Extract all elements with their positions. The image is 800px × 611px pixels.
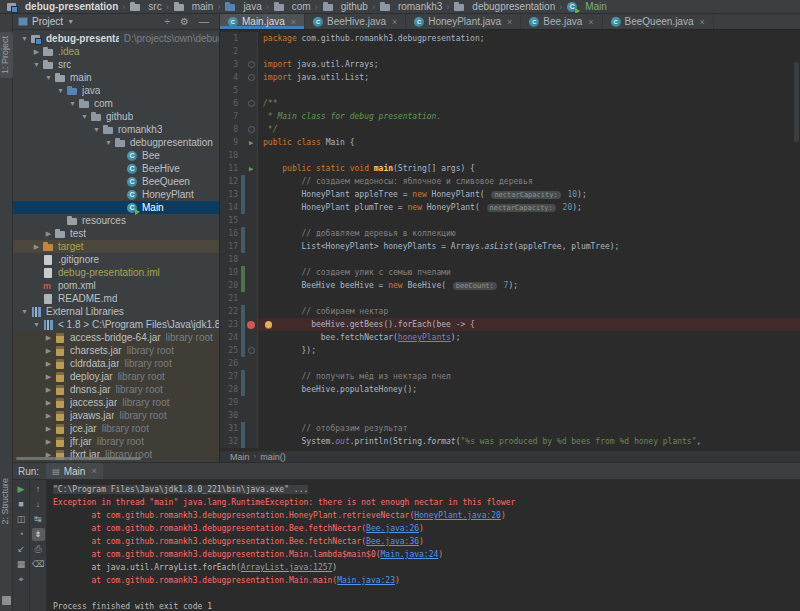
expand-arrow-icon[interactable]: ▼ bbox=[67, 97, 78, 110]
code-text[interactable] bbox=[258, 84, 800, 97]
code-text[interactable]: // добавляем деревья в коллекцию bbox=[258, 227, 800, 240]
stacktrace-link[interactable]: Main.java:23 bbox=[337, 576, 395, 585]
tree-item-dnsns-jar[interactable]: ▶dnsns.jarlibrary root bbox=[13, 383, 219, 396]
tab-beehive-java[interactable]: CBeeHive.java× bbox=[305, 14, 406, 29]
code-line-23[interactable]: 23 beeHive.getBees().forEach(bee -> { bbox=[220, 318, 800, 331]
expand-arrow-icon[interactable]: ▶ bbox=[43, 422, 54, 435]
code-text[interactable]: HoneyPlant plumTree = new HoneyPlant( ne… bbox=[258, 201, 800, 214]
code-text[interactable] bbox=[258, 357, 800, 370]
expand-arrow-icon[interactable]: ▼ bbox=[19, 32, 30, 45]
tree-item-gitignore[interactable]: .gitignore bbox=[13, 253, 219, 266]
expand-arrow-icon[interactable]: ▶ bbox=[43, 344, 54, 357]
code-line-9[interactable]: 9▶public class Main { bbox=[220, 136, 800, 149]
code-text[interactable] bbox=[258, 253, 800, 266]
expand-arrow-icon[interactable]: ▶ bbox=[43, 396, 54, 409]
thread-dump-icon[interactable]: ◫ bbox=[15, 513, 28, 526]
tree-item-java[interactable]: ▼java bbox=[13, 84, 219, 97]
code-text[interactable]: import java.util.Arrays; bbox=[258, 58, 800, 71]
tab-beequeen-java[interactable]: CBeeQueen.java× bbox=[603, 14, 714, 29]
code-text[interactable]: // отобразим результат bbox=[258, 422, 800, 435]
tree-item-jce-jar[interactable]: ▶jce.jarlibrary root bbox=[13, 422, 219, 435]
run-tab-main[interactable]: ▤ Main × bbox=[46, 463, 103, 479]
tree-item-test[interactable]: ▶test bbox=[13, 227, 219, 240]
code-line-32[interactable]: 32 System.out.println(String.format("%s … bbox=[220, 435, 800, 448]
tree-item-resources[interactable]: resources bbox=[13, 214, 219, 227]
code-text[interactable] bbox=[258, 45, 800, 58]
tree-item-cldrdata-jar[interactable]: ▶cldrdata.jarlibrary root bbox=[13, 357, 219, 370]
breakpoint-icon[interactable] bbox=[247, 321, 255, 329]
code-line-2[interactable]: 2 bbox=[220, 45, 800, 58]
expand-arrow-icon[interactable]: ▼ bbox=[103, 136, 114, 149]
code-text[interactable] bbox=[258, 214, 800, 227]
code-text[interactable]: */ bbox=[258, 123, 800, 136]
code-line-16[interactable]: 16 // добавляем деревья в коллекцию bbox=[220, 227, 800, 240]
tree-item-jfr-jar[interactable]: ▶jfr.jarlibrary root bbox=[13, 435, 219, 448]
code-text[interactable]: // создаем медоносы: яблочное и сливовое… bbox=[258, 175, 800, 188]
tree-item-beequeen[interactable]: BeeQueen bbox=[13, 175, 219, 188]
close-tab-icon[interactable]: × bbox=[390, 17, 397, 27]
code-line-12[interactable]: 12 // создаем медоносы: яблочное и сливо… bbox=[220, 175, 800, 188]
breadcrumb-github[interactable]: github bbox=[322, 1, 368, 13]
tree-item-access-bridge-64-jar[interactable]: ▶access-bridge-64.jarlibrary root bbox=[13, 331, 219, 344]
code-line-24[interactable]: 24 bee.fetchNectar(honeyPlants); bbox=[220, 331, 800, 344]
code-line-29[interactable]: 29 bbox=[220, 396, 800, 409]
up-stack-icon[interactable]: ↑ bbox=[32, 483, 45, 496]
code-text[interactable]: HoneyPlant appleTree = new HoneyPlant( n… bbox=[258, 188, 800, 201]
code-line-6[interactable]: 6/** bbox=[220, 97, 800, 110]
project-panel-title[interactable]: Project bbox=[32, 16, 63, 27]
restore-layout-icon[interactable]: ↙ bbox=[15, 543, 28, 556]
code-line-25[interactable]: 25 }); bbox=[220, 344, 800, 357]
code-line-1[interactable]: 1package com.github.romankh3.debugpresen… bbox=[220, 32, 800, 45]
tree-item-main[interactable]: ▼main bbox=[13, 71, 219, 84]
code-line-7[interactable]: 7 * Main class for debug presentation. bbox=[220, 110, 800, 123]
stacktrace-link[interactable]: Bee.java:26 bbox=[366, 524, 419, 533]
code-text[interactable]: System.out.println(String.format("%s was… bbox=[258, 435, 800, 448]
tab-main-java[interactable]: CMain.java× bbox=[220, 14, 305, 29]
tool-tab-project[interactable]: 1: Project bbox=[0, 32, 13, 78]
hide-panel-icon[interactable]: — bbox=[197, 15, 211, 29]
grid-icon[interactable] bbox=[2, 596, 11, 605]
expand-arrow-icon[interactable]: ▶ bbox=[43, 370, 54, 383]
coverage-icon[interactable]: ◔ bbox=[15, 528, 28, 541]
settings-gear-icon[interactable]: ⚙ bbox=[178, 15, 191, 29]
code-text[interactable]: /** bbox=[258, 97, 800, 110]
code-text[interactable]: public class Main { bbox=[258, 136, 800, 149]
breadcrumb-main[interactable]: main bbox=[173, 1, 214, 13]
code-line-15[interactable]: 15 bbox=[220, 214, 800, 227]
print-icon[interactable]: ⎙ bbox=[32, 543, 45, 556]
run-method-icon[interactable]: ▶ bbox=[249, 165, 253, 173]
intention-bulb-icon[interactable] bbox=[265, 321, 272, 328]
breadcrumb-main[interactable]: Main bbox=[566, 1, 607, 13]
tree-item-deploy-jar[interactable]: ▶deploy.jarlibrary root bbox=[13, 370, 219, 383]
code-line-18[interactable]: 18 bbox=[220, 253, 800, 266]
soft-wrap-icon[interactable]: ↹ bbox=[32, 513, 45, 526]
code-text[interactable]: // создаем улик с семью пчелами bbox=[258, 266, 800, 279]
expand-arrow-icon[interactable]: ▼ bbox=[31, 58, 42, 71]
code-text[interactable] bbox=[258, 149, 800, 162]
code-text[interactable] bbox=[258, 292, 800, 305]
breadcrumb-com[interactable]: com bbox=[273, 1, 311, 13]
code-text[interactable] bbox=[258, 396, 800, 409]
layout-grid-icon[interactable]: ▦ bbox=[15, 558, 28, 571]
tree-item-github[interactable]: ▼github bbox=[13, 110, 219, 123]
tree-item-bee[interactable]: Bee bbox=[13, 149, 219, 162]
expand-arrow-icon[interactable]: ▶ bbox=[43, 383, 54, 396]
code-text[interactable]: beeHive.getBees().forEach(bee -> { bbox=[258, 318, 800, 331]
code-line-17[interactable]: 17 List<HoneyPlant> honeyPlants = Arrays… bbox=[220, 240, 800, 253]
code-line-14[interactable]: 14 HoneyPlant plumTree = new HoneyPlant(… bbox=[220, 201, 800, 214]
code-line-8[interactable]: 8 */ bbox=[220, 123, 800, 136]
code-line-26[interactable]: 26 bbox=[220, 357, 800, 370]
code-line-11[interactable]: 11▶ public static void main(String[] arg… bbox=[220, 162, 800, 175]
breadcrumb-romankh3[interactable]: romankh3 bbox=[379, 1, 442, 13]
expand-arrow-icon[interactable]: ▶ bbox=[43, 227, 54, 240]
tree-item-debug-presentation-iml[interactable]: debug-presentation.iml bbox=[13, 266, 219, 279]
close-tab-icon[interactable]: × bbox=[289, 17, 296, 27]
tree-item-debug-presentation[interactable]: ▼debug-presentationD:\projects\own\debug… bbox=[13, 32, 219, 45]
editor-scrollbar[interactable] bbox=[794, 62, 799, 142]
clear-console-icon[interactable]: ⌫ bbox=[32, 558, 45, 571]
fold-marker-icon[interactable] bbox=[248, 347, 255, 354]
horizontal-scrollbar[interactable] bbox=[16, 457, 141, 460]
code-line-21[interactable]: 21 bbox=[220, 292, 800, 305]
code-line-10[interactable]: 10 bbox=[220, 149, 800, 162]
code-line-20[interactable]: 20 BeeHive beeHive = new BeeHive( beeCou… bbox=[220, 279, 800, 292]
